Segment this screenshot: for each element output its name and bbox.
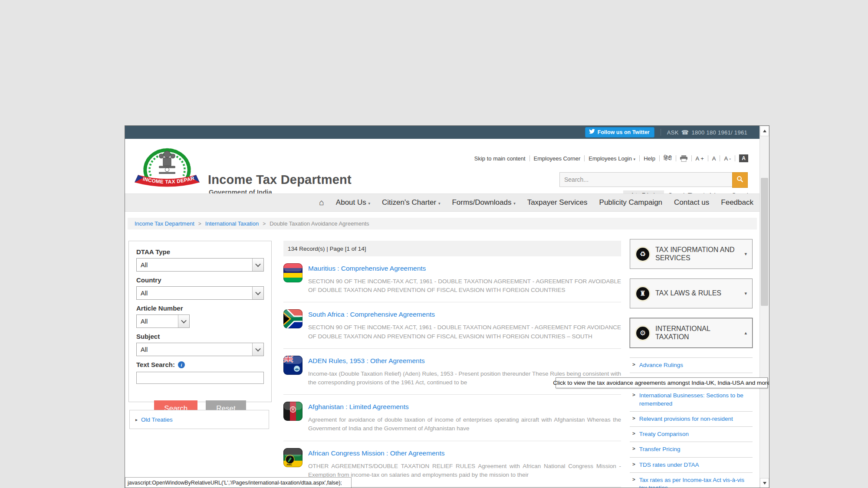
font-size-button-1[interactable]: A <box>712 155 716 162</box>
info-icon[interactable]: i <box>178 361 185 368</box>
chevron-right-icon: > <box>632 462 635 467</box>
sidebar-section-1[interactable]: ♜TAX LAWS & RULES▾ <box>630 278 753 308</box>
result-title-link[interactable]: Mauritius : Comprehensive Agreements <box>308 264 621 273</box>
sidebar-link-row-6[interactable]: >TDS rates under DTAA <box>630 458 753 473</box>
sidebar-link-row-3[interactable]: >Relevant provisions for non-resident <box>630 412 753 427</box>
selected-value: All <box>141 346 148 353</box>
nav-item-1[interactable]: Citizen's Charter ▾ <box>382 198 440 207</box>
search-input[interactable] <box>559 172 732 187</box>
header-link-0[interactable]: Skip to main content <box>474 155 526 162</box>
svg-text:ANC: ANC <box>286 463 293 466</box>
nav-item-4[interactable]: Publicity Campaign <box>599 198 663 207</box>
site-search <box>559 172 748 188</box>
header-link-2[interactable]: Employees Login ▾ <box>589 155 635 162</box>
high-contrast-button[interactable]: A <box>739 154 748 162</box>
country-select[interactable]: All <box>136 286 264 300</box>
sidebar-link[interactable]: Relevant provisions for non-resident <box>639 415 733 423</box>
result-item: Mauritius : Comprehensive AgreementsSECT… <box>283 256 621 302</box>
nav-item-5[interactable]: Contact us <box>674 198 709 207</box>
desktop: { "topbar": { "twitter_label": "Follow u… <box>0 0 868 488</box>
article-number-select[interactable]: All <box>136 314 190 328</box>
chevron-down-icon: ▾ <box>744 251 747 257</box>
separator <box>661 129 661 136</box>
income-tax-dept-logo: INCOME TAX DEPARTMENT <box>132 140 202 195</box>
sidebar-link-row-2[interactable]: >International Businesses: Sections to b… <box>630 388 753 411</box>
breadcrumb: Income Tax Department>International Taxa… <box>128 218 757 229</box>
selected-value: All <box>141 262 148 269</box>
sidebar-link[interactable]: TDS rates under DTAA <box>639 461 699 469</box>
separator <box>708 155 708 161</box>
separator <box>584 155 585 161</box>
scroll-down-button[interactable] <box>760 478 769 488</box>
nav-item-6[interactable]: Feedback <box>721 198 753 207</box>
home-icon[interactable]: ⌂ <box>319 198 324 207</box>
subject-select[interactable]: All <box>136 343 264 356</box>
result-item: Afghanistan : Limited AgreementsAgreemen… <box>283 395 621 441</box>
header-link-1[interactable]: Employees Corner <box>534 155 581 162</box>
result-description: OTHER AGREEMENTS/DOUBLE TAXATION RELIEF … <box>308 462 621 480</box>
scroll-up-button[interactable] <box>760 126 769 136</box>
dtaa-tooltip: Click to view the tax avoidance agreemen… <box>556 377 768 388</box>
separator <box>529 155 530 161</box>
sidebar-link[interactable]: International Businesses: Sections to be… <box>639 392 752 407</box>
sidebar-link[interactable]: Treaty Comparison <box>639 430 689 438</box>
result-item: South Africa : Comprehensive AgreementsS… <box>283 302 621 348</box>
sidebar-section-2[interactable]: ⚙INTERNATIONAL TAXATION▴ <box>630 318 753 348</box>
browser-window: Follow us on Twitter ASK ☎ 1800 180 1961… <box>125 125 769 488</box>
sidebar-link[interactable]: Tax rates as per Income-tax Act vis-à-vi… <box>639 476 752 488</box>
nav-item-2[interactable]: Forms/Downloads ▾ <box>452 198 515 207</box>
sidebar-link-row-0[interactable]: >Advance Rulings <box>630 358 753 373</box>
chevron-down-icon: ▾ <box>438 201 441 206</box>
mauritius-flag-icon <box>283 263 302 282</box>
twitter-button-label: Follow us on Twitter <box>598 129 650 135</box>
follow-twitter-button[interactable]: Follow us on Twitter <box>585 127 654 138</box>
result-title-link[interactable]: ADEN Rules, 1953 : Other Agreements <box>308 357 621 366</box>
selected-value: All <box>141 290 148 297</box>
article-number-label: Article Number <box>136 305 264 312</box>
result-title-link[interactable]: Afghanistan : Limited Agreements <box>308 403 621 412</box>
result-description: Agreement for avoidance of double taxati… <box>308 416 621 433</box>
browser-status-bar: javascript:OpenWindowByRelativeURL('L','… <box>125 477 352 488</box>
header-link-3[interactable]: Help <box>644 155 655 162</box>
nav-item-3[interactable]: Taxpayer Services <box>527 198 588 207</box>
chevron-right-icon: > <box>632 362 635 367</box>
font-size-button-0[interactable]: A + <box>696 155 704 162</box>
tax-info-icon: ♻ <box>636 248 649 261</box>
header-links: Skip to main contentEmployees CornerEmpl… <box>474 154 748 162</box>
breadcrumb-link-1[interactable]: International Taxation <box>205 220 259 227</box>
result-title-link[interactable]: South Africa : Comprehensive Agreements <box>308 310 621 319</box>
dtaa-type-select[interactable]: All <box>136 258 264 272</box>
up-arrow-icon <box>763 130 766 132</box>
records-count-bar: 134 Record(s) | Page [1 of 14] <box>283 241 621 256</box>
sidebar-link[interactable]: Transfer Pricing <box>639 445 681 453</box>
old-treaties-box: ▸ Old Treaties <box>129 410 269 429</box>
page-title: Income Tax Department <box>208 173 352 187</box>
font-size-button-2[interactable]: A - <box>724 155 731 162</box>
sidebar-link-row-4[interactable]: >Treaty Comparison <box>630 427 753 442</box>
scrollbar-thumb[interactable] <box>761 178 768 306</box>
sidebar-link-row-5[interactable]: >Transfer Pricing <box>630 442 753 457</box>
nav-item-0[interactable]: About Us ▾ <box>336 198 370 207</box>
print-icon[interactable] <box>680 155 687 162</box>
search-button[interactable] <box>732 172 748 188</box>
chevron-down-icon <box>252 287 263 299</box>
result-title-link[interactable]: African Congress Mission : Other Agreeme… <box>308 449 621 458</box>
result-description: SECTION 90 OF THE INCOME-TAX ACT, 1961 -… <box>308 323 621 341</box>
chevron-right-icon: ▸ <box>135 417 138 422</box>
search-icon <box>736 176 743 184</box>
sidebar-section-0[interactable]: ♻TAX INFORMATION AND SERVICES▾ <box>630 239 753 269</box>
tax-laws-icon: ♜ <box>636 287 649 300</box>
nav-menu: ⌂About Us ▾Citizen's Charter ▾Forms/Down… <box>125 193 760 212</box>
window-scrollbar[interactable] <box>760 126 769 488</box>
chevron-right-icon: > <box>632 477 635 482</box>
old-treaties-link[interactable]: Old Treaties <box>141 416 173 423</box>
sidebar-section-label: INTERNATIONAL TAXATION <box>655 325 738 341</box>
ask-label: ASK <box>667 129 679 136</box>
phone-icon: ☎ <box>681 129 689 136</box>
sidebar-link-row-7[interactable]: >Tax rates as per Income-tax Act vis-à-v… <box>630 473 753 488</box>
text-search-input[interactable] <box>136 372 264 384</box>
sidebar-link[interactable]: Advance Rulings <box>639 361 683 369</box>
sidebar-section-label: TAX INFORMATION AND SERVICES <box>655 246 738 262</box>
breadcrumb-link-0[interactable]: Income Tax Department <box>135 220 194 227</box>
header-link-4[interactable]: हिंदी <box>664 155 672 162</box>
